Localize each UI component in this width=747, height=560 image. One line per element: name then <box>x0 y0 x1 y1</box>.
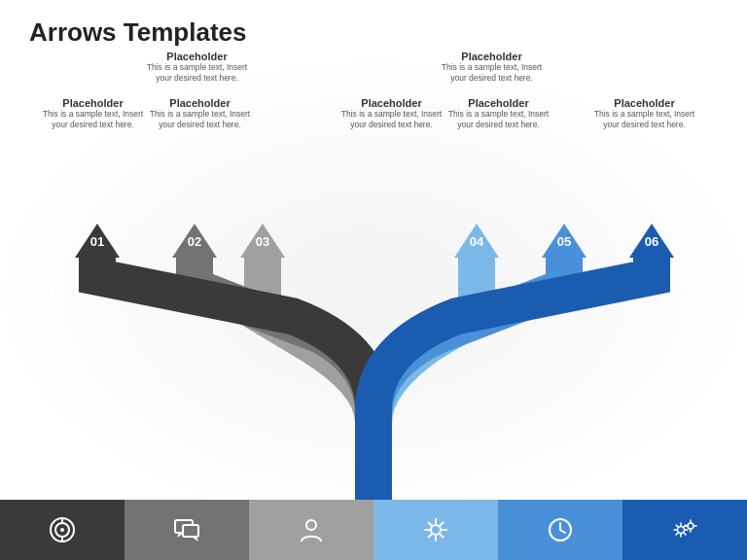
label-title: Placeholder <box>37 97 149 109</box>
page-title: Arrows Templates <box>29 18 246 48</box>
label-title: Placeholder <box>141 51 253 62</box>
label-title: Placeholder <box>144 97 256 109</box>
target-icon <box>48 515 77 544</box>
icon-cell-01 <box>0 500 124 560</box>
icon-cell-03 <box>249 500 374 560</box>
label-body: This is a sample text, Insert your desir… <box>443 109 554 130</box>
svg-point-21 <box>431 525 441 535</box>
label-title: Placeholder <box>588 97 700 109</box>
svg-point-15 <box>60 528 64 532</box>
svg-text:04: 04 <box>470 234 484 249</box>
svg-text:01: 01 <box>90 234 104 249</box>
svg-rect-19 <box>183 525 198 537</box>
label-title: Placeholder <box>443 97 554 109</box>
clock-icon <box>547 516 574 543</box>
svg-text:02: 02 <box>188 234 201 249</box>
label-04: Placeholder This is a sample text, Inser… <box>336 97 447 130</box>
icon-cell-02 <box>124 500 249 560</box>
icon-cell-04 <box>374 500 498 560</box>
label-body: This is a sample text, Insert your desir… <box>141 62 253 84</box>
svg-point-24 <box>688 523 694 529</box>
label-01: Placeholder This is a sample text, Inser… <box>37 97 149 130</box>
label-title: Placeholder <box>336 97 447 109</box>
svg-text:05: 05 <box>557 234 571 249</box>
svg-point-20 <box>306 520 316 530</box>
label-06: Placeholder This is a sample text, Inser… <box>588 97 700 130</box>
label-top-05: Placeholder This is a sample text, Inser… <box>436 51 548 84</box>
gear2-icon <box>671 516 698 543</box>
svg-text:06: 06 <box>645 234 658 249</box>
gear-icon <box>422 516 449 543</box>
label-body: This is a sample text, Insert your desir… <box>37 109 149 130</box>
label-body: This is a sample text, Insert your desir… <box>588 109 700 130</box>
label-body: This is a sample text, Insert your desir… <box>336 109 447 130</box>
icons-bar <box>0 500 747 560</box>
person-icon <box>298 516 325 543</box>
label-top-02: Placeholder This is a sample text, Inser… <box>141 51 253 84</box>
label-body: This is a sample text, Insert your desir… <box>144 109 256 130</box>
label-title: Placeholder <box>436 51 548 62</box>
icon-cell-05 <box>498 500 622 560</box>
label-body: This is a sample text, Insert your desir… <box>436 62 548 84</box>
chat-icon <box>172 515 201 544</box>
icon-cell-06 <box>622 500 747 560</box>
label-05: Placeholder This is a sample text, Inser… <box>443 97 554 130</box>
label-02: Placeholder This is a sample text, Inser… <box>144 97 256 130</box>
svg-text:03: 03 <box>256 234 269 249</box>
